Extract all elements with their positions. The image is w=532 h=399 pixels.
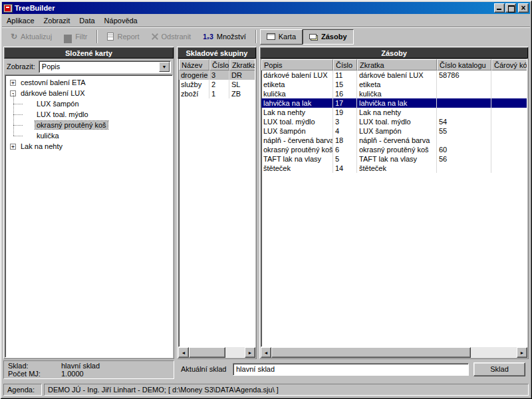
column-header-cislo[interactable]: Číslo — [209, 59, 229, 70]
tree-item[interactable]: + Lak na nehty — [5, 141, 172, 152]
zasoby-title: Zásoby — [260, 47, 528, 59]
cell-cislo: 14 — [333, 164, 357, 173]
toolbar: Aktualizuj Filtr Report Odstranit 1₂3 Mn… — [2, 27, 530, 46]
tree-toggle-icon[interactable]: + — [10, 144, 16, 150]
slozene-karty-panel: Složené karty Zobrazit: Popis + cestovní… — [3, 47, 174, 359]
stock-row[interactable]: štěteček 14 štěteček — [261, 164, 527, 173]
stock-row[interactable]: LUX šampón 4 LUX šampón 55 — [261, 126, 527, 136]
aktualizuj-button[interactable]: Aktualizuj — [5, 29, 58, 45]
group-row[interactable]: drogerie 3 DR — [179, 70, 255, 80]
cell-cislo: 18 — [333, 136, 357, 145]
scroll-left-icon[interactable] — [261, 347, 271, 358]
tree-item[interactable]: okrasný proutěný koš — [5, 120, 172, 130]
menu-napoveda[interactable]: Nápověda — [100, 15, 142, 26]
scroll-right-icon[interactable] — [245, 347, 255, 358]
cell-zkratka: SL — [229, 80, 255, 89]
maximize-button[interactable] — [505, 3, 516, 13]
cell-carovy-kod — [491, 145, 527, 154]
column-header-zkratka[interactable]: Zkratka — [357, 59, 437, 70]
cell-cislo-katalogu — [437, 89, 491, 98]
sklad-button[interactable]: Sklad — [473, 362, 525, 376]
groups-horizontal-scrollbar[interactable] — [178, 347, 255, 358]
cell-popis: náplň - červená barva — [261, 136, 333, 145]
cell-cislo-katalogu — [437, 80, 491, 89]
chevron-down-icon[interactable] — [159, 62, 170, 72]
tree-item-label: LUX toal. mýdlo — [35, 110, 90, 118]
stock-row[interactable]: TAFT lak na vlasy 5 TAFT lak na vlasy 56 — [261, 154, 527, 164]
minimize-button[interactable] — [494, 3, 505, 13]
stock-row[interactable]: okrasný proutěný koš 6 okrasný proutěný … — [261, 145, 527, 154]
scrollbar-track[interactable] — [271, 347, 517, 358]
column-header-cislo-katalogu[interactable]: Číslo katalogu — [437, 59, 491, 70]
group-row[interactable]: zboží 1 ZB — [179, 89, 255, 98]
stock-row[interactable]: dárkové balení LUX 11 dárkové balení LUX… — [261, 70, 527, 80]
cell-cislo: 17 — [333, 98, 357, 108]
cell-carovy-kod — [491, 164, 527, 173]
cell-cislo: 4 — [333, 126, 357, 136]
karta-button[interactable]: Karta — [260, 29, 303, 45]
tree-item-label: cestovní balení ETA — [19, 78, 87, 86]
odstranit-label: Odstranit — [162, 33, 192, 41]
sklad-info-value: hlavní sklad — [61, 362, 100, 370]
group-row[interactable]: služby 2 SL — [179, 80, 255, 89]
cell-zkratka: ZB — [229, 89, 255, 98]
menu-data[interactable]: Data — [74, 15, 99, 26]
cell-zkratka: štěteček — [357, 164, 437, 173]
column-header-cislo[interactable]: Číslo — [333, 59, 357, 70]
scrollbar-track[interactable] — [189, 347, 245, 358]
cell-zkratka: lahvička na lak — [357, 98, 437, 108]
stock-row[interactable]: lahvička na lak 17 lahvička na lak — [261, 98, 527, 108]
tree-item[interactable]: LUX toal. mýdlo — [5, 109, 172, 120]
stock-row[interactable]: Lak na nehty 19 Lak na nehty — [261, 108, 527, 117]
stock-row[interactable]: etiketa 15 etiketa — [261, 80, 527, 89]
combobox-value: Popis — [39, 63, 158, 70]
column-header-nazev[interactable]: Název — [179, 59, 209, 70]
tree-item-label: Lak na nehty — [19, 142, 64, 150]
report-button[interactable]: Report — [101, 29, 145, 45]
card-tree[interactable]: + cestovní balení ETA - dárkové balení L… — [5, 74, 173, 358]
stock-row[interactable]: kulička 16 kulička — [261, 89, 527, 98]
cell-zkratka: náplň - červená barva — [357, 136, 437, 145]
tree-item[interactable]: LUX šampón — [5, 98, 172, 109]
scroll-right-icon[interactable] — [517, 347, 527, 358]
zasoby-button[interactable]: Zásoby — [303, 29, 354, 45]
odstranit-button[interactable]: Odstranit — [146, 29, 198, 45]
close-button[interactable] — [518, 3, 529, 13]
refresh-icon — [11, 32, 17, 41]
stock-row[interactable]: náplň - červená barva 18 náplň - červená… — [261, 136, 527, 145]
titlebar[interactable]: TreeBuilder — [2, 2, 530, 14]
stock-row[interactable]: LUX toal. mýdlo 3 LUX toal. mýdlo 54 — [261, 117, 527, 126]
cell-zkratka: okrasný proutěný koš — [357, 145, 437, 154]
cell-carovy-kod — [491, 154, 527, 164]
menu-aplikace[interactable]: Aplikace — [2, 15, 39, 26]
cell-zkratka: TAFT lak na vlasy — [357, 154, 437, 164]
scrollbar-thumb[interactable] — [189, 347, 225, 358]
tree-item[interactable]: - dárkové balení LUX — [5, 88, 172, 98]
zobrazit-row: Zobrazit: Popis — [4, 59, 174, 74]
toolbar-separator — [255, 30, 257, 43]
menu-zobrazit[interactable]: Zobrazit — [39, 15, 75, 26]
column-header-carovy-kod[interactable]: Čárový kód — [491, 59, 527, 70]
cell-carovy-kod — [491, 126, 527, 136]
column-header-zkratka[interactable]: Zkratka — [229, 59, 255, 70]
tree-toggle-icon[interactable]: + — [10, 80, 16, 86]
zasoby-horizontal-scrollbar[interactable] — [261, 347, 527, 358]
report-icon — [107, 33, 114, 41]
stock-stack-icon — [309, 34, 317, 39]
mnozstvi-button[interactable]: 1₂3 Množství — [197, 29, 252, 45]
tree-item[interactable]: kulička — [5, 130, 172, 141]
cell-carovy-kod — [491, 108, 527, 117]
scrollbar-thumb[interactable] — [271, 347, 471, 358]
cell-popis: kulička — [261, 89, 333, 98]
column-header-popis[interactable]: Popis — [261, 59, 333, 70]
filtr-button[interactable]: Filtr — [58, 29, 93, 45]
aktualni-sklad-input[interactable]: hlavní sklad — [233, 363, 469, 376]
cell-cislo: 15 — [333, 80, 357, 89]
funnel-icon — [64, 35, 72, 43]
cell-cislo: 19 — [333, 108, 357, 117]
cell-zkratka: dárkové balení LUX — [357, 70, 437, 80]
zobrazit-combobox[interactable]: Popis — [39, 61, 171, 73]
scroll-left-icon[interactable] — [178, 347, 189, 358]
tree-item[interactable]: + cestovní balení ETA — [5, 77, 172, 88]
cell-cislo: 11 — [333, 70, 357, 80]
